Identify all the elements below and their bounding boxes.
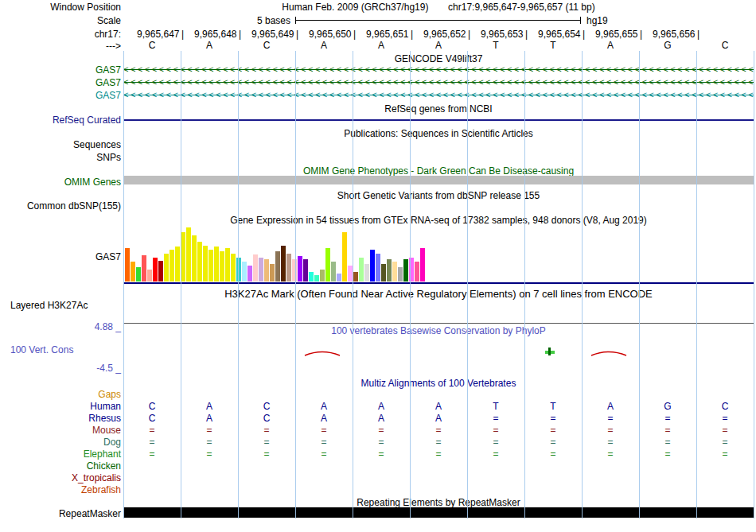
gridline: [410, 51, 411, 518]
gtex-expression-bar: [225, 248, 230, 282]
alignment-base: A: [353, 401, 410, 412]
ruler-base: T: [524, 40, 582, 51]
gtex-expression-bar: [147, 270, 152, 282]
alignment-base: C: [123, 401, 181, 412]
species-label-chicken[interactable]: Chicken: [87, 460, 121, 472]
species-label-human[interactable]: Human: [90, 401, 121, 412]
publications-title[interactable]: Publications: Sequences in Scientific Ar…: [123, 128, 754, 139]
ruler-base: A: [181, 40, 238, 51]
gtex-expression-bar: [353, 272, 358, 282]
window-position-header: Human Feb. 2009 (GRCh37/hg19) chr17:9,96…: [123, 2, 754, 13]
gtex-expression-bar: [364, 264, 369, 282]
layered-h3k27ac-label[interactable]: Layered H3K27Ac: [10, 300, 88, 311]
gene-label-gas7-1[interactable]: GAS7: [95, 64, 121, 76]
gridline: [582, 51, 583, 518]
gene-transcript-arrows[interactable]: <<<<<<<<<<<<<<<<<<<<<<<<<<<<<<<<<<<<<<<<…: [123, 90, 754, 100]
scale-value: 5 bases: [199, 15, 290, 26]
ruler-base: A: [353, 40, 410, 51]
gtex-expression-bar: [158, 261, 163, 282]
alignment-base: =: [295, 437, 353, 448]
alignment-base: =: [524, 449, 582, 460]
gtex-expression-bar: [264, 259, 269, 282]
gtex-expression-bar: [314, 275, 319, 282]
alignment-base: =: [582, 413, 639, 424]
gridline: [524, 51, 525, 518]
alignment-base: A: [353, 413, 410, 424]
gtex-expression-bar: [275, 251, 280, 282]
repeatmasker-label[interactable]: RepeatMasker: [59, 508, 121, 519]
repeatmasker-bar[interactable]: [123, 507, 754, 518]
alignment-base: =: [238, 449, 295, 460]
gtex-title[interactable]: Gene Expression in 54 tissues from GTEx …: [123, 215, 754, 226]
gene-label-gas7-3[interactable]: GAS7: [95, 90, 121, 101]
ruler-position-label: 9,965,656 |: [588, 29, 699, 40]
gene-transcript-arrows[interactable]: <<<<<<<<<<<<<<<<<<<<<<<<<<<<<<<<<<<<<<<<…: [123, 64, 754, 75]
alignment-base: =: [696, 437, 754, 448]
species-label-rhesus[interactable]: Rhesus: [88, 413, 121, 424]
cons-track-label[interactable]: 100 Vert. Cons: [10, 344, 73, 355]
alignment-base: A: [295, 413, 353, 424]
scale-row-label: Scale: [97, 15, 121, 26]
gtex-expression-bar: [337, 274, 341, 282]
species-label-elephant[interactable]: Elephant: [84, 449, 121, 460]
omim-genes-label[interactable]: OMIM Genes: [64, 177, 121, 188]
gtex-expression-bar: [197, 242, 202, 282]
alignment-base: =: [353, 449, 410, 460]
gridline: [696, 51, 697, 518]
gtex-expression-bar: [247, 266, 252, 282]
alignment-base: C: [123, 413, 181, 424]
sequences-label[interactable]: Sequences: [73, 139, 121, 150]
h3k27ac-title[interactable]: H3K27Ac Mark (Often Found Near Active Re…: [123, 288, 754, 300]
gtex-expression-bar: [220, 251, 224, 282]
gtex-expression-bar: [270, 264, 275, 282]
alignment-base: =: [639, 449, 696, 460]
gaps-label[interactable]: Gaps: [98, 389, 121, 400]
ruler-base: A: [582, 40, 639, 51]
snps-label[interactable]: SNPs: [96, 152, 121, 163]
gtex-gene-label[interactable]: GAS7: [95, 251, 121, 262]
gtex-expression-bar: [281, 246, 286, 282]
assembly-short-label: hg19: [586, 15, 608, 26]
alignment-base: =: [696, 425, 754, 436]
omim-genes-bar[interactable]: [123, 176, 754, 184]
species-label-x_tropicalis[interactable]: X_tropicalis: [72, 472, 121, 483]
gtex-expression-bar: [370, 250, 375, 282]
refseq-gene-line[interactable]: [123, 119, 754, 121]
gtex-expression-bar: [381, 264, 386, 282]
ruler-base: A: [295, 40, 353, 51]
gridline: [467, 51, 468, 518]
refseq-curated-label[interactable]: RefSeq Curated: [53, 115, 121, 126]
gtex-expression-bar: [387, 259, 392, 282]
gtex-expression-bar: [236, 258, 241, 282]
gtex-expression-bar: [231, 254, 236, 282]
gtex-expression-bar: [186, 227, 191, 282]
alignment-base: C: [238, 401, 295, 412]
window-position-label: Window Position: [50, 2, 121, 13]
alignment-base: =: [181, 449, 238, 460]
gencode-title[interactable]: GENCODE V49lift37: [123, 53, 754, 64]
gtex-expression-bar: [192, 235, 197, 282]
gene-transcript-arrows[interactable]: <<<<<<<<<<<<<<<<<<<<<<<<<<<<<<<<<<<<<<<<…: [123, 77, 754, 87]
refseq-title[interactable]: RefSeq genes from NCBI: [123, 103, 754, 115]
gene-label-gas7-2[interactable]: GAS7: [95, 77, 121, 88]
multiz-title[interactable]: Multiz Alignments of 100 Vertebrates: [123, 378, 754, 389]
alignment-base: A: [181, 413, 238, 424]
species-label-mouse[interactable]: Mouse: [92, 425, 121, 436]
conservation-signal[interactable]: [123, 326, 754, 374]
dbsnp-title[interactable]: Short Genetic Variants from dbSNP releas…: [123, 190, 754, 201]
repeatmasker-title[interactable]: Repeating Elements by RepeatMasker: [123, 497, 754, 508]
species-label-dog[interactable]: Dog: [103, 437, 121, 448]
alignment-base: A: [410, 413, 467, 424]
alignment-base: =: [238, 437, 295, 448]
alignment-base: =: [238, 425, 295, 436]
alignment-base: =: [181, 425, 238, 436]
gtex-expression-bar: [303, 259, 308, 282]
species-label-zebrafish[interactable]: Zebrafish: [81, 484, 121, 495]
gtex-expression-bar: [331, 262, 336, 282]
omim-title[interactable]: OMIM Gene Phenotypes - Dark Green Can Be…: [123, 165, 754, 177]
common-dbsnp-label[interactable]: Common dbSNP(155): [27, 200, 121, 212]
gridline: [754, 51, 754, 518]
scale-bar-right-tick: [580, 17, 581, 24]
ruler-base: C: [238, 40, 295, 51]
alignment-base: T: [524, 401, 582, 412]
